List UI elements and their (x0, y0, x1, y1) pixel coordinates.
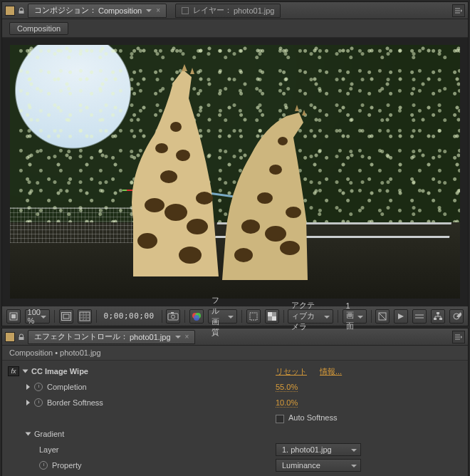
breadcrumb-sep: • (53, 348, 60, 357)
stopwatch-icon[interactable] (34, 398, 43, 407)
param-label: Completion (47, 383, 87, 391)
svg-point-2 (187, 219, 208, 234)
grid-mask-button[interactable] (78, 309, 92, 324)
pixel-aspect-button[interactable] (375, 309, 390, 324)
effect-list: fx CC Image Wipe リセット 情報... Completion 5… (2, 361, 468, 476)
svg-point-24 (172, 315, 175, 319)
svg-rect-22 (80, 312, 90, 321)
effect-color-swatch[interactable] (5, 332, 15, 342)
svg-rect-34 (437, 312, 439, 314)
layer-dropdown[interactable]: 1. photo01.jpg (276, 443, 361, 456)
chevron-down-icon (228, 316, 234, 319)
flowchart-label: Composition (17, 24, 61, 33)
viewer-toolbar: 100 % 0;00;00;00 フル画質 (2, 306, 468, 326)
composition-viewer[interactable] (2, 38, 468, 306)
tab-layer-name: photo01.jpg (234, 6, 275, 15)
viewer-canvas[interactable] (10, 45, 460, 299)
svg-rect-35 (434, 318, 437, 320)
close-icon[interactable]: × (156, 6, 160, 14)
svg-rect-29 (250, 313, 257, 320)
svg-rect-36 (439, 318, 442, 320)
exposure-button[interactable] (449, 309, 464, 324)
composition-color-swatch[interactable] (5, 6, 15, 16)
disclosure-triangle-icon[interactable] (26, 384, 30, 390)
chevron-down-icon (357, 316, 363, 319)
composition-tabbar: コンポジション： Composition × レイヤー： photo01.jpg (2, 2, 468, 19)
breadcrumb-comp[interactable]: Composition (9, 348, 53, 357)
param-label: Gradient (34, 430, 64, 438)
effect-controls-panel: エフェクトコントロール： photo01.jpg × Composition •… (1, 328, 469, 476)
svg-point-28 (194, 315, 199, 321)
auto-softness-checkbox[interactable] (276, 415, 284, 423)
flowchart-bar: Composition (2, 19, 468, 38)
zoom-value: 100 % (28, 308, 41, 325)
param-label: Border Softness (47, 398, 103, 407)
fx-badge-icon[interactable]: fx (8, 366, 19, 376)
tab-layer[interactable]: レイヤー： photo01.jpg (175, 4, 281, 18)
layer-value: 1. photo01.jpg (282, 445, 332, 454)
current-time[interactable]: 0;00;00;00 (100, 311, 157, 321)
chevron-down-icon[interactable] (146, 9, 152, 12)
svg-rect-31 (268, 312, 272, 316)
camera-dropdown[interactable]: アクティブカメラ (288, 309, 333, 324)
border-softness-value[interactable]: 10.0% (276, 398, 298, 407)
disclosure-triangle-icon[interactable] (26, 400, 30, 405)
svg-point-14 (269, 165, 282, 175)
giraffe-image-2 (208, 98, 329, 284)
svg-point-9 (155, 143, 168, 153)
effect-header-row[interactable]: fx CC Image Wipe リセット 情報... (5, 363, 465, 379)
tab-composition[interactable]: コンポジション： Composition × (28, 4, 167, 18)
views-value: 1画面 (346, 301, 356, 331)
chevron-down-icon (41, 316, 46, 319)
effect-breadcrumb: Composition • photo01.jpg (2, 346, 468, 361)
stopwatch-icon[interactable] (34, 383, 43, 391)
param-row-gradient[interactable]: Gradient (5, 426, 465, 442)
panel-menu-button[interactable] (452, 331, 465, 343)
param-row-border-softness: Border Softness 10.0% (5, 395, 465, 410)
svg-point-12 (280, 241, 300, 255)
reset-link[interactable]: リセット (276, 366, 307, 377)
svg-point-17 (286, 207, 301, 218)
svg-rect-25 (171, 312, 174, 314)
close-icon[interactable]: × (185, 333, 189, 341)
channels-button[interactable] (189, 309, 204, 324)
disclosure-triangle-icon[interactable] (26, 433, 31, 436)
chevron-down-icon[interactable] (175, 336, 181, 338)
transparency-grid-button[interactable] (265, 309, 279, 324)
safe-zones-button[interactable] (59, 309, 73, 324)
param-row-layer: Layer 1. photo01.jpg (5, 442, 465, 457)
timeline-button[interactable] (412, 309, 427, 324)
effect-controls-tabbar: エフェクトコントロール： photo01.jpg × (2, 328, 468, 346)
panel-menu-button[interactable] (452, 4, 465, 17)
about-link[interactable]: 情報... (320, 366, 342, 377)
views-dropdown[interactable]: 1画面 (343, 309, 367, 324)
roi-button[interactable] (246, 309, 261, 324)
disclosure-triangle-icon[interactable] (23, 370, 28, 373)
flowchart-comp-button[interactable]: Composition (9, 22, 68, 35)
completion-value[interactable]: 55.0% (276, 383, 298, 391)
property-value: Luminance (282, 461, 320, 470)
param-row-auto-softness: Auto Softness (5, 410, 465, 426)
effect-name: CC Image Wipe (31, 367, 88, 376)
property-dropdown[interactable]: Luminance (276, 459, 361, 472)
always-preview-button[interactable] (6, 309, 21, 324)
svg-point-1 (164, 204, 187, 221)
layer-tab-swatch (182, 7, 189, 14)
lock-icon[interactable] (16, 6, 26, 16)
lock-icon[interactable] (16, 332, 26, 342)
stopwatch-icon[interactable] (39, 461, 48, 470)
svg-point-3 (160, 170, 177, 183)
zoom-dropdown[interactable]: 100 % (25, 309, 50, 324)
snapshot-button[interactable] (166, 309, 180, 324)
fast-previews-button[interactable] (394, 309, 408, 324)
svg-point-10 (241, 219, 260, 234)
flowchart-button[interactable] (431, 309, 445, 324)
svg-point-0 (145, 198, 164, 212)
tab-effect-controls[interactable]: エフェクトコントロール： photo01.jpg × (28, 330, 195, 344)
breadcrumb-layer[interactable]: photo01.jpg (60, 348, 101, 357)
camera-value: アクティブカメラ (291, 300, 323, 332)
svg-point-15 (278, 137, 288, 145)
svg-point-7 (179, 247, 202, 264)
resolution-dropdown[interactable]: フル画質 (208, 309, 238, 324)
svg-rect-20 (61, 312, 70, 320)
